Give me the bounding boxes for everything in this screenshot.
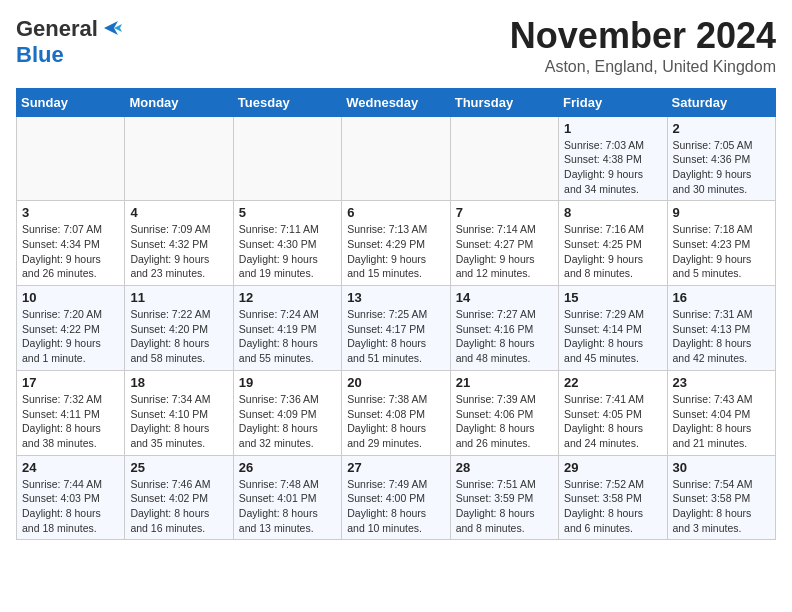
day-info: Sunrise: 7:51 AMSunset: 3:59 PMDaylight:…	[456, 477, 553, 536]
calendar-cell: 13Sunrise: 7:25 AMSunset: 4:17 PMDayligh…	[342, 286, 450, 371]
calendar-cell	[233, 116, 341, 201]
day-info: Sunrise: 7:38 AMSunset: 4:08 PMDaylight:…	[347, 392, 444, 451]
col-sunday: Sunday	[17, 88, 125, 116]
logo-blue: Blue	[16, 42, 64, 67]
col-saturday: Saturday	[667, 88, 775, 116]
day-number: 6	[347, 205, 444, 220]
day-info: Sunrise: 7:22 AMSunset: 4:20 PMDaylight:…	[130, 307, 227, 366]
col-tuesday: Tuesday	[233, 88, 341, 116]
day-number: 16	[673, 290, 770, 305]
day-info: Sunrise: 7:27 AMSunset: 4:16 PMDaylight:…	[456, 307, 553, 366]
day-number: 26	[239, 460, 336, 475]
header: General Blue November 2024 Aston, Englan…	[16, 16, 776, 76]
calendar-cell: 28Sunrise: 7:51 AMSunset: 3:59 PMDayligh…	[450, 455, 558, 540]
calendar-week-5: 24Sunrise: 7:44 AMSunset: 4:03 PMDayligh…	[17, 455, 776, 540]
calendar-cell: 21Sunrise: 7:39 AMSunset: 4:06 PMDayligh…	[450, 370, 558, 455]
day-number: 9	[673, 205, 770, 220]
day-number: 10	[22, 290, 119, 305]
calendar-cell: 9Sunrise: 7:18 AMSunset: 4:23 PMDaylight…	[667, 201, 775, 286]
calendar-cell	[342, 116, 450, 201]
day-info: Sunrise: 7:20 AMSunset: 4:22 PMDaylight:…	[22, 307, 119, 366]
day-number: 11	[130, 290, 227, 305]
day-info: Sunrise: 7:16 AMSunset: 4:25 PMDaylight:…	[564, 222, 661, 281]
day-info: Sunrise: 7:43 AMSunset: 4:04 PMDaylight:…	[673, 392, 770, 451]
day-number: 22	[564, 375, 661, 390]
calendar-cell: 20Sunrise: 7:38 AMSunset: 4:08 PMDayligh…	[342, 370, 450, 455]
day-info: Sunrise: 7:18 AMSunset: 4:23 PMDaylight:…	[673, 222, 770, 281]
day-number: 13	[347, 290, 444, 305]
logo: General Blue	[16, 16, 122, 68]
calendar-header: Sunday Monday Tuesday Wednesday Thursday…	[17, 88, 776, 116]
location: Aston, England, United Kingdom	[510, 58, 776, 76]
day-info: Sunrise: 7:07 AMSunset: 4:34 PMDaylight:…	[22, 222, 119, 281]
calendar-cell: 1Sunrise: 7:03 AMSunset: 4:38 PMDaylight…	[559, 116, 667, 201]
calendar-cell: 14Sunrise: 7:27 AMSunset: 4:16 PMDayligh…	[450, 286, 558, 371]
day-number: 29	[564, 460, 661, 475]
day-number: 5	[239, 205, 336, 220]
calendar-cell: 24Sunrise: 7:44 AMSunset: 4:03 PMDayligh…	[17, 455, 125, 540]
col-thursday: Thursday	[450, 88, 558, 116]
calendar-cell: 7Sunrise: 7:14 AMSunset: 4:27 PMDaylight…	[450, 201, 558, 286]
day-info: Sunrise: 7:49 AMSunset: 4:00 PMDaylight:…	[347, 477, 444, 536]
calendar-cell: 10Sunrise: 7:20 AMSunset: 4:22 PMDayligh…	[17, 286, 125, 371]
calendar-cell: 16Sunrise: 7:31 AMSunset: 4:13 PMDayligh…	[667, 286, 775, 371]
day-info: Sunrise: 7:54 AMSunset: 3:58 PMDaylight:…	[673, 477, 770, 536]
day-info: Sunrise: 7:48 AMSunset: 4:01 PMDaylight:…	[239, 477, 336, 536]
day-info: Sunrise: 7:29 AMSunset: 4:14 PMDaylight:…	[564, 307, 661, 366]
col-monday: Monday	[125, 88, 233, 116]
calendar-cell: 12Sunrise: 7:24 AMSunset: 4:19 PMDayligh…	[233, 286, 341, 371]
calendar-week-2: 3Sunrise: 7:07 AMSunset: 4:34 PMDaylight…	[17, 201, 776, 286]
day-info: Sunrise: 7:05 AMSunset: 4:36 PMDaylight:…	[673, 138, 770, 197]
calendar-cell: 17Sunrise: 7:32 AMSunset: 4:11 PMDayligh…	[17, 370, 125, 455]
logo-bird-icon	[100, 19, 122, 37]
month-title: November 2024	[510, 16, 776, 56]
day-number: 25	[130, 460, 227, 475]
day-number: 27	[347, 460, 444, 475]
day-info: Sunrise: 7:44 AMSunset: 4:03 PMDaylight:…	[22, 477, 119, 536]
day-info: Sunrise: 7:14 AMSunset: 4:27 PMDaylight:…	[456, 222, 553, 281]
day-number: 28	[456, 460, 553, 475]
day-info: Sunrise: 7:31 AMSunset: 4:13 PMDaylight:…	[673, 307, 770, 366]
logo-general: General	[16, 16, 98, 42]
calendar-cell: 30Sunrise: 7:54 AMSunset: 3:58 PMDayligh…	[667, 455, 775, 540]
calendar-cell: 22Sunrise: 7:41 AMSunset: 4:05 PMDayligh…	[559, 370, 667, 455]
day-number: 4	[130, 205, 227, 220]
calendar-cell: 25Sunrise: 7:46 AMSunset: 4:02 PMDayligh…	[125, 455, 233, 540]
calendar-cell	[17, 116, 125, 201]
day-number: 15	[564, 290, 661, 305]
calendar-cell: 27Sunrise: 7:49 AMSunset: 4:00 PMDayligh…	[342, 455, 450, 540]
day-info: Sunrise: 7:24 AMSunset: 4:19 PMDaylight:…	[239, 307, 336, 366]
day-number: 30	[673, 460, 770, 475]
calendar-cell: 11Sunrise: 7:22 AMSunset: 4:20 PMDayligh…	[125, 286, 233, 371]
day-number: 17	[22, 375, 119, 390]
day-number: 23	[673, 375, 770, 390]
day-number: 20	[347, 375, 444, 390]
calendar-cell	[450, 116, 558, 201]
day-number: 21	[456, 375, 553, 390]
calendar-week-3: 10Sunrise: 7:20 AMSunset: 4:22 PMDayligh…	[17, 286, 776, 371]
day-info: Sunrise: 7:13 AMSunset: 4:29 PMDaylight:…	[347, 222, 444, 281]
day-info: Sunrise: 7:52 AMSunset: 3:58 PMDaylight:…	[564, 477, 661, 536]
calendar-cell: 29Sunrise: 7:52 AMSunset: 3:58 PMDayligh…	[559, 455, 667, 540]
calendar-cell: 4Sunrise: 7:09 AMSunset: 4:32 PMDaylight…	[125, 201, 233, 286]
day-number: 18	[130, 375, 227, 390]
day-number: 12	[239, 290, 336, 305]
col-wednesday: Wednesday	[342, 88, 450, 116]
calendar-cell: 2Sunrise: 7:05 AMSunset: 4:36 PMDaylight…	[667, 116, 775, 201]
calendar-cell: 8Sunrise: 7:16 AMSunset: 4:25 PMDaylight…	[559, 201, 667, 286]
calendar-cell: 23Sunrise: 7:43 AMSunset: 4:04 PMDayligh…	[667, 370, 775, 455]
calendar-week-4: 17Sunrise: 7:32 AMSunset: 4:11 PMDayligh…	[17, 370, 776, 455]
day-number: 1	[564, 121, 661, 136]
day-info: Sunrise: 7:39 AMSunset: 4:06 PMDaylight:…	[456, 392, 553, 451]
calendar-cell: 19Sunrise: 7:36 AMSunset: 4:09 PMDayligh…	[233, 370, 341, 455]
day-number: 7	[456, 205, 553, 220]
calendar-cell: 3Sunrise: 7:07 AMSunset: 4:34 PMDaylight…	[17, 201, 125, 286]
day-number: 2	[673, 121, 770, 136]
calendar-body: 1Sunrise: 7:03 AMSunset: 4:38 PMDaylight…	[17, 116, 776, 540]
day-number: 24	[22, 460, 119, 475]
day-info: Sunrise: 7:11 AMSunset: 4:30 PMDaylight:…	[239, 222, 336, 281]
calendar-table: Sunday Monday Tuesday Wednesday Thursday…	[16, 88, 776, 541]
day-number: 8	[564, 205, 661, 220]
day-info: Sunrise: 7:34 AMSunset: 4:10 PMDaylight:…	[130, 392, 227, 451]
calendar-cell: 5Sunrise: 7:11 AMSunset: 4:30 PMDaylight…	[233, 201, 341, 286]
